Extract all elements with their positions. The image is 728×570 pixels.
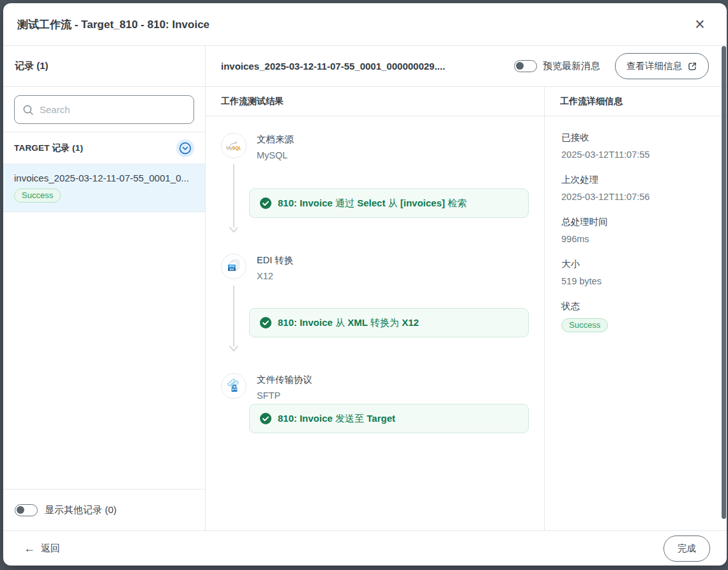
detail-last-processed: 上次处理 2025-03-12T11:07:56	[561, 174, 711, 202]
mysql-icon: MySQL	[221, 133, 246, 158]
records-sidebar: 记录 (1) TARGET 记录 (1)	[3, 46, 206, 530]
step-name-label: MySQL	[257, 150, 294, 160]
detail-status: 状态 Success	[561, 300, 711, 332]
workflow-step-sftp: SFTP 文件传输协议 SFTP	[221, 373, 312, 401]
edi-file-icon: X12 EDI	[221, 254, 246, 279]
step-result-text: 810: Invoice 从 XML 转换为 X12	[278, 317, 419, 329]
test-workflow-modal: 测试工作流 - Target_810 - 810: Invoice × 记录 (…	[3, 3, 727, 566]
workflow-results-column: 工作流测试结果 MySQL 文档来源	[206, 87, 545, 530]
records-panel-title: 记录 (1)	[3, 46, 205, 87]
vertical-scrollbar-thumb[interactable]	[722, 46, 726, 519]
step-result-text: 810: Invoice 发送至 Target	[278, 413, 395, 425]
flow-arrow-down-icon	[229, 164, 239, 233]
flow-arrow-down-icon	[229, 286, 239, 352]
chevron-down-circle-icon	[179, 142, 192, 155]
record-list-item[interactable]: invoices_2025-03-12-11-07-55_0001_0... S…	[3, 164, 205, 212]
preview-latest-message-label: 预览最新消息	[543, 60, 600, 72]
done-button[interactable]: 完成	[664, 535, 710, 562]
back-button-label: 返回	[41, 543, 60, 555]
selected-record-filename: invoices_2025-03-12-11-07-55_0001_000000…	[221, 61, 505, 72]
detail-label: 上次处理	[561, 174, 711, 186]
content-header: invoices_2025-03-12-11-07-55_0001_000000…	[206, 46, 727, 87]
collapse-group-button[interactable]	[176, 139, 194, 157]
record-status-badge: Success	[14, 189, 61, 203]
svg-text:EDI: EDI	[230, 268, 234, 271]
close-icon: ×	[695, 16, 705, 33]
preview-latest-message-toggle[interactable]	[514, 60, 537, 72]
check-circle-icon	[260, 317, 271, 328]
svg-text:SFTP: SFTP	[232, 389, 238, 391]
content-area: invoices_2025-03-12-11-07-55_0001_000000…	[206, 46, 727, 530]
check-circle-icon	[260, 197, 271, 209]
step-result-message: 810: Invoice 从 XML 转换为 X12	[249, 308, 529, 337]
close-button[interactable]: ×	[690, 14, 710, 35]
step-name-label: SFTP	[257, 390, 312, 401]
step-result-text: 810: Invoice 通过 Select 从 [invoices] 检索	[278, 197, 467, 210]
external-link-icon	[687, 61, 697, 72]
detail-value: 2025-03-12T11:07:55	[561, 150, 711, 160]
modal-footer: ← 返回 完成	[3, 530, 727, 566]
workflow-results-title: 工作流测试结果	[206, 87, 544, 116]
back-arrow-icon: ←	[24, 543, 35, 554]
view-details-button-label: 查看详细信息	[626, 60, 682, 72]
workflow-details-title: 工作流详细信息	[545, 87, 727, 116]
target-records-group-label: TARGET 记录 (1)	[14, 142, 83, 154]
step-result-message: 810: Invoice 通过 Select 从 [invoices] 检索	[249, 189, 529, 218]
workflow-details-list: 已接收 2025-03-12T11:07:55 上次处理 2025-03-12T…	[545, 116, 727, 346]
sftp-icon: SFTP	[221, 373, 246, 399]
modal-title: 测试工作流 - Target_810 - 810: Invoice	[17, 17, 690, 32]
detail-label: 状态	[561, 300, 711, 312]
search-input[interactable]	[40, 104, 186, 115]
search-section	[3, 87, 205, 132]
workflow-steps: MySQL 文档来源 MySQL	[206, 116, 544, 530]
step-type-label: EDI 转换	[257, 254, 293, 266]
show-other-records-label: 显示其他记录 (0)	[45, 504, 117, 516]
search-icon	[22, 104, 34, 116]
detail-value: 519 bytes	[561, 276, 711, 286]
workflow-step-source: MySQL 文档来源 MySQL	[221, 133, 294, 160]
status-badge: Success	[561, 318, 608, 332]
detail-value: 2025-03-12T11:07:56	[561, 192, 711, 202]
view-details-button[interactable]: 查看详细信息	[615, 53, 709, 79]
step-type-label: 文件传输协议	[257, 374, 312, 386]
show-other-records-toggle[interactable]	[15, 504, 38, 516]
step-name-label: X12	[257, 271, 293, 281]
detail-total-processing-time: 总处理时间 996ms	[561, 216, 711, 244]
show-other-records-row: 显示其他记录 (0)	[3, 489, 205, 530]
search-box[interactable]	[14, 95, 194, 124]
workflow-step-edi: X12 EDI EDI 转换 X12	[221, 254, 293, 281]
detail-received: 已接收 2025-03-12T11:07:55	[561, 132, 711, 160]
detail-label: 已接收	[561, 132, 711, 144]
detail-size: 大小 519 bytes	[561, 258, 711, 286]
step-type-label: 文档来源	[257, 134, 294, 146]
detail-value: 996ms	[561, 234, 711, 244]
step-result-message: 810: Invoice 发送至 Target	[249, 404, 529, 433]
target-records-group-header: TARGET 记录 (1)	[3, 132, 205, 164]
workflow-details-column: 工作流详细信息 已接收 2025-03-12T11:07:55 上次处理 202…	[545, 87, 727, 530]
modal-title-bar: 测试工作流 - Target_810 - 810: Invoice ×	[3, 3, 727, 46]
detail-label: 总处理时间	[561, 216, 711, 228]
back-button[interactable]: ← 返回	[24, 543, 60, 555]
record-name: invoices_2025-03-12-11-07-55_0001_0...	[14, 173, 194, 183]
detail-label: 大小	[561, 258, 711, 270]
check-circle-icon	[260, 413, 271, 424]
